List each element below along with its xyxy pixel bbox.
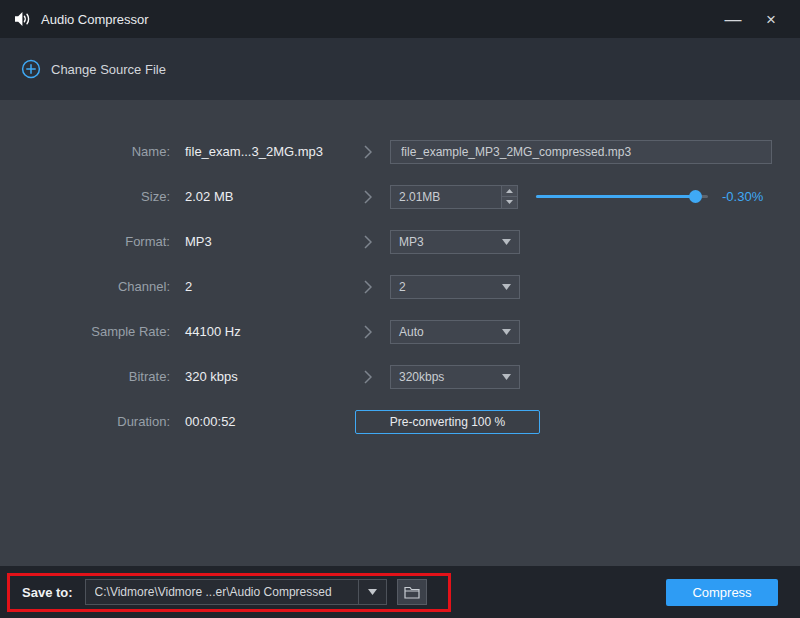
pre-converting-button[interactable]: Pre-converting 100 % xyxy=(355,410,540,434)
sample-rate-dropdown-value: Auto xyxy=(399,325,502,339)
size-source-value: 2.02 MB xyxy=(185,189,345,204)
save-path-dropdown-arrow-icon[interactable] xyxy=(358,580,386,604)
bitrate-label: Bitrate: xyxy=(0,369,170,384)
dropdown-arrow-icon xyxy=(502,329,511,335)
chevron-right-icon xyxy=(345,325,390,339)
format-label: Format: xyxy=(0,234,170,249)
change-source-file-button[interactable]: Change Source File xyxy=(21,59,166,79)
source-header: Change Source File xyxy=(0,38,800,100)
format-source-value: MP3 xyxy=(185,234,345,249)
size-slider-fill xyxy=(536,195,696,198)
name-label: Name: xyxy=(0,144,170,159)
channel-dropdown[interactable]: 2 xyxy=(390,275,520,299)
sample-rate-label: Sample Rate: xyxy=(0,324,170,339)
save-path-combobox[interactable] xyxy=(85,579,387,605)
dropdown-arrow-icon xyxy=(502,284,511,290)
size-stepper xyxy=(501,186,517,208)
close-button[interactable]: × xyxy=(757,5,785,33)
bitrate-dropdown-value: 320kbps xyxy=(399,370,502,384)
size-change-percent: -0.30% xyxy=(722,189,763,204)
channel-source-value: 2 xyxy=(185,279,345,294)
output-name-input[interactable] xyxy=(390,140,772,164)
change-source-label: Change Source File xyxy=(51,62,166,77)
bitrate-dropdown[interactable]: 320kbps xyxy=(390,365,520,389)
size-step-down-icon[interactable] xyxy=(502,196,517,208)
channel-row: Channel: 2 2 xyxy=(0,264,800,309)
chevron-right-icon xyxy=(345,145,390,159)
window-title: Audio Compressor xyxy=(41,12,149,27)
sample-rate-source-value: 44100 Hz xyxy=(185,324,345,339)
save-path-input[interactable] xyxy=(86,585,358,599)
name-source-value: file_exam...3_2MG.mp3 xyxy=(185,144,345,159)
size-slider-handle[interactable] xyxy=(689,190,702,203)
footer-bar: Save to: Compress xyxy=(0,566,800,618)
size-slider[interactable] xyxy=(536,189,708,204)
size-step-up-icon[interactable] xyxy=(502,186,517,197)
dropdown-arrow-icon xyxy=(502,374,511,380)
size-row: Size: 2.02 MB xyxy=(0,174,800,219)
chevron-right-icon xyxy=(345,370,390,384)
browse-folder-button[interactable] xyxy=(397,579,427,605)
audio-compressor-window: Audio Compressor — × Change Source File … xyxy=(0,0,800,618)
duration-row: Duration: 00:00:52 Pre-converting 100 % xyxy=(0,399,800,444)
name-row: Name: file_exam...3_2MG.mp3 xyxy=(0,129,800,174)
output-size-spinner xyxy=(390,185,518,209)
sample-rate-row: Sample Rate: 44100 Hz Auto xyxy=(0,309,800,354)
format-dropdown-value: MP3 xyxy=(399,235,502,249)
channel-label: Channel: xyxy=(0,279,170,294)
chevron-right-icon xyxy=(345,190,390,204)
format-dropdown[interactable]: MP3 xyxy=(390,230,520,254)
minimize-button[interactable]: — xyxy=(719,5,747,33)
save-to-label: Save to: xyxy=(22,585,73,600)
window-controls: — × xyxy=(719,5,785,33)
duration-label: Duration: xyxy=(0,414,170,429)
output-size-input[interactable] xyxy=(391,186,501,208)
folder-icon xyxy=(404,586,420,599)
channel-dropdown-value: 2 xyxy=(399,280,502,294)
dropdown-arrow-icon xyxy=(502,239,511,245)
speaker-icon xyxy=(15,12,32,26)
format-row: Format: MP3 MP3 xyxy=(0,219,800,264)
titlebar: Audio Compressor — × xyxy=(0,0,800,38)
chevron-right-icon xyxy=(345,235,390,249)
duration-source-value: 00:00:52 xyxy=(185,414,345,429)
bitrate-row: Bitrate: 320 kbps 320kbps xyxy=(0,354,800,399)
compress-button[interactable]: Compress xyxy=(666,579,778,606)
size-label: Size: xyxy=(0,189,170,204)
compression-settings-panel: Name: file_exam...3_2MG.mp3 Size: 2.02 M… xyxy=(0,100,800,566)
plus-circle-icon xyxy=(21,59,41,79)
chevron-right-icon xyxy=(345,280,390,294)
sample-rate-dropdown[interactable]: Auto xyxy=(390,320,520,344)
bitrate-source-value: 320 kbps xyxy=(185,369,345,384)
